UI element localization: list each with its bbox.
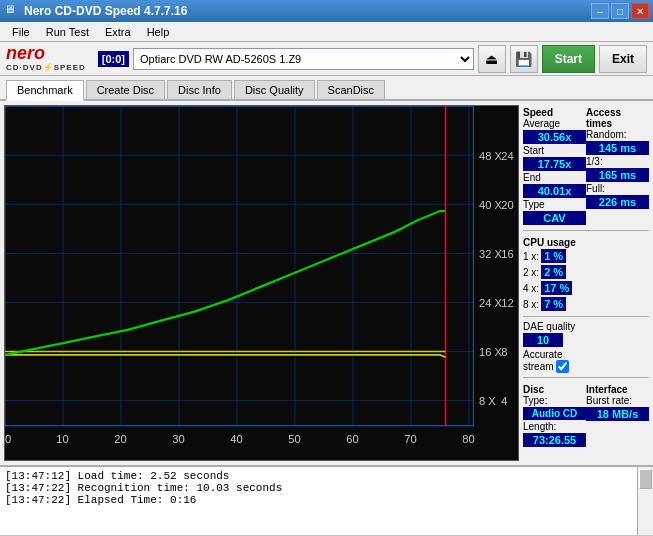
speed-label: Speed	[523, 107, 586, 118]
cpu-1x-label: 1 x:	[523, 251, 539, 262]
disc-section: Disc Type: Audio CD Length: 73:26.55 Int…	[523, 382, 649, 448]
svg-text:4: 4	[501, 395, 507, 407]
nero-logo-block: nero CD·DVD⚡SPEED	[6, 44, 86, 73]
full-label: Full:	[586, 183, 649, 194]
svg-text:8 X: 8 X	[479, 395, 496, 407]
cpu-section: CPU usage 1 x: 1 % 2 x: 2 % 4 x: 17 % 8 …	[523, 235, 649, 312]
app-title: Nero CD-DVD Speed 4.7.7.16	[24, 4, 187, 18]
disc-length-label: Length:	[523, 421, 586, 432]
close-button[interactable]: ✕	[631, 3, 649, 19]
accurate-stream-checkbox[interactable]	[556, 360, 569, 373]
burst-value: 18 MB/s	[586, 407, 649, 421]
eject-button[interactable]: ⏏	[478, 45, 506, 73]
end-label: End	[523, 172, 586, 183]
log-scrollbar[interactable]	[637, 467, 653, 535]
tab-benchmark[interactable]: Benchmark	[6, 80, 84, 101]
menu-file[interactable]: File	[4, 24, 38, 40]
benchmark-chart: 8 X 16 X 24 X 32 X 40 X 48 X 4 8 12 16 2…	[5, 106, 518, 460]
average-value: 30.56x	[523, 130, 586, 144]
end-value: 40.01x	[523, 184, 586, 198]
average-label: Average	[523, 118, 586, 129]
svg-text:12: 12	[501, 297, 513, 309]
one-third-value: 165 ms	[586, 168, 649, 182]
drive-selector-area: [0:0] Optiarc DVD RW AD-5260S 1.Z9	[98, 48, 474, 70]
maximize-button[interactable]: □	[611, 3, 629, 19]
interface-label: Interface	[586, 384, 649, 395]
svg-text:24 X: 24 X	[479, 297, 502, 309]
menu-bar: File Run Test Extra Help	[0, 22, 653, 42]
scrollbar-thumb[interactable]	[639, 469, 652, 489]
cpu-4x-value: 17 %	[541, 281, 572, 295]
log-line-3: [13:47:22] Elapsed Time: 0:16	[5, 494, 632, 506]
svg-rect-0	[5, 106, 518, 460]
tab-scan-disc[interactable]: ScanDisc	[317, 80, 385, 99]
svg-text:40: 40	[230, 433, 242, 445]
cpu-2x-label: 2 x:	[523, 267, 539, 278]
tab-disc-info[interactable]: Disc Info	[167, 80, 232, 99]
svg-text:24: 24	[501, 150, 513, 162]
one-third-label: 1/3:	[586, 156, 649, 167]
svg-text:70: 70	[404, 433, 416, 445]
cpu-8x-value: 7 %	[541, 297, 566, 311]
accurate-label: Accurate	[523, 349, 562, 360]
disc-type-value: Audio CD	[523, 407, 586, 420]
right-panel: Speed Average 30.56x Start 17.75x End 40…	[523, 101, 653, 465]
log-content: [13:47:12] Load time: 2.52 seconds [13:4…	[0, 467, 637, 535]
save-button[interactable]: 💾	[510, 45, 538, 73]
dae-section: DAE quality 10 Accurate stream	[523, 321, 649, 373]
cpu-1x-value: 1 %	[541, 249, 566, 263]
menu-extra[interactable]: Extra	[97, 24, 139, 40]
drive-index-label: [0:0]	[98, 51, 129, 67]
svg-text:50: 50	[288, 433, 300, 445]
start-value: 17.75x	[523, 157, 586, 171]
svg-text:32 X: 32 X	[479, 248, 502, 260]
chart-area: 8 X 16 X 24 X 32 X 40 X 48 X 4 8 12 16 2…	[4, 105, 519, 461]
toolbar: nero CD·DVD⚡SPEED [0:0] Optiarc DVD RW A…	[0, 42, 653, 76]
cpu-4x-label: 4 x:	[523, 283, 539, 294]
log-line-1: [13:47:12] Load time: 2.52 seconds	[5, 470, 632, 482]
burst-label: Burst rate:	[586, 395, 649, 406]
minimize-button[interactable]: –	[591, 3, 609, 19]
exit-button[interactable]: Exit	[599, 45, 647, 73]
svg-text:80: 80	[462, 433, 474, 445]
type-label: Type	[523, 199, 586, 210]
dae-label: DAE quality	[523, 321, 649, 332]
svg-text:0: 0	[5, 433, 11, 445]
main-content: 8 X 16 X 24 X 32 X 40 X 48 X 4 8 12 16 2…	[0, 101, 653, 465]
svg-text:8: 8	[501, 346, 507, 358]
svg-text:40 X: 40 X	[479, 199, 502, 211]
stream-label: stream	[523, 361, 554, 372]
svg-text:48 X: 48 X	[479, 150, 502, 162]
window-controls: – □ ✕	[591, 3, 649, 19]
tab-disc-quality[interactable]: Disc Quality	[234, 80, 315, 99]
title-bar: 🖥 Nero CD-DVD Speed 4.7.7.16 – □ ✕	[0, 0, 653, 22]
svg-text:60: 60	[346, 433, 358, 445]
svg-text:30: 30	[172, 433, 184, 445]
svg-text:20: 20	[501, 199, 513, 211]
full-value: 226 ms	[586, 195, 649, 209]
tab-create-disc[interactable]: Create Disc	[86, 80, 165, 99]
disc-type-label: Type:	[523, 395, 586, 406]
drive-combo[interactable]: Optiarc DVD RW AD-5260S 1.Z9	[133, 48, 474, 70]
svg-text:16 X: 16 X	[479, 346, 502, 358]
cpu-8x-label: 8 x:	[523, 299, 539, 310]
menu-run-test[interactable]: Run Test	[38, 24, 97, 40]
nero-sub-logo: CD·DVD⚡SPEED	[6, 64, 86, 73]
start-label: Start	[523, 145, 586, 156]
tab-bar: Benchmark Create Disc Disc Info Disc Qua…	[0, 76, 653, 101]
speed-section: Speed Average 30.56x Start 17.75x End 40…	[523, 105, 649, 226]
access-times-label: Access times	[586, 107, 649, 129]
svg-text:20: 20	[114, 433, 126, 445]
log-line-2: [13:47:22] Recognition time: 10.03 secon…	[5, 482, 632, 494]
cpu-label: CPU usage	[523, 237, 649, 248]
log-area: [13:47:12] Load time: 2.52 seconds [13:4…	[0, 465, 653, 535]
start-button[interactable]: Start	[542, 45, 595, 73]
disc-label: Disc	[523, 384, 586, 395]
svg-text:16: 16	[501, 248, 513, 260]
nero-logo-text: nero	[6, 44, 45, 64]
svg-text:10: 10	[56, 433, 68, 445]
disc-length-value: 73:26.55	[523, 433, 586, 447]
type-value: CAV	[523, 211, 586, 225]
dae-value: 10	[523, 333, 563, 347]
menu-help[interactable]: Help	[139, 24, 178, 40]
